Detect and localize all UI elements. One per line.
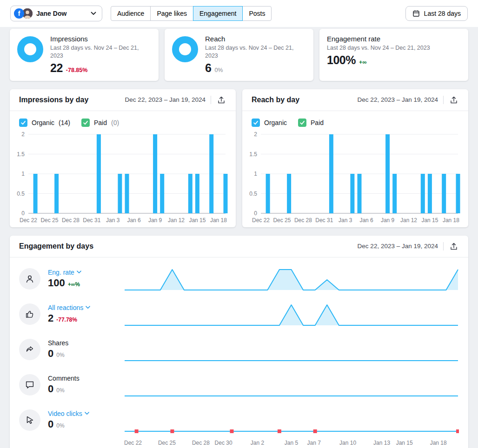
card-title: Engagement rate [327,35,430,43]
svg-text:Jan 6: Jan 6 [127,217,141,224]
section-tabs: Audience Page likes Engagement Posts [111,6,272,21]
profile-selector[interactable]: f Jane Dow [10,6,102,21]
divider [443,242,444,250]
legend-paid[interactable]: Paid [298,119,324,127]
tab-audience[interactable]: Audience [111,6,151,21]
card-delta: +∞ [359,59,366,66]
svg-text:2: 2 [21,131,25,138]
daily-charts: Impressions by day Dec 22, 2023 – Jan 19… [10,89,468,227]
video-clicks-sparkline [124,407,459,433]
export-icon [217,96,226,104]
metric-label-text: Comments [48,375,80,382]
svg-text:Dec 25: Dec 25 [273,217,291,224]
metric-label-all-reactions[interactable]: All reactions [48,304,90,311]
export-button[interactable] [216,95,226,105]
legend-paid[interactable]: Paid (0) [81,119,119,127]
legend-organic[interactable]: Organic [252,119,287,127]
export-button[interactable] [449,241,459,251]
card-value: 22 [50,61,63,75]
checkbox-checked-icon[interactable] [252,119,260,127]
svg-text:1.5: 1.5 [249,151,257,157]
chart-date-range: Dec 22, 2023 – Jan 19, 2024 [358,243,438,250]
metric-label-eng-rate[interactable]: Eng. rate [48,269,81,276]
divider [211,96,211,104]
svg-text:Dec 31: Dec 31 [315,217,333,224]
chart-date-range: Dec 22, 2023 – Jan 19, 2024 [125,96,206,103]
legend-label: Organic [32,119,54,126]
legend-label: Organic [264,119,287,126]
checkbox-checked-icon[interactable] [81,119,90,127]
checkbox-checked-icon[interactable] [298,119,306,127]
export-button[interactable] [449,95,459,105]
main-content: Impressions Last 28 days vs. Nov 24 – De… [0,27,478,448]
metric-label-comments: Comments [48,375,80,382]
metric-value: 0 [48,418,53,430]
impressions-card: Impressions Last 28 days vs. Nov 24 – De… [10,29,159,81]
svg-text:Jan 3: Jan 3 [339,217,352,224]
metric-label-text: Video clicks [48,410,82,417]
shares-sparkline [124,336,459,362]
svg-text:2: 2 [254,131,257,138]
chart-title: Reach by day [252,96,358,104]
metric-delta: 0% [56,387,64,394]
x-axis-labels: Dec 22Dec 25Dec 28Dec 30Jan 2Jan 5Jan 7J… [133,439,450,448]
axis-tick-label: Jan 2 [251,440,264,446]
axis-tick-label: Jan 5 [285,440,298,446]
person-icon [19,268,40,290]
tab-engagement[interactable]: Engagement [193,6,243,21]
svg-text:Dec 28: Dec 28 [62,217,80,224]
date-range-button[interactable]: Last 28 days [405,6,468,21]
tab-posts[interactable]: Posts [242,6,272,21]
checkbox-checked-icon[interactable] [19,119,27,127]
svg-text:Jan 15: Jan 15 [421,217,438,224]
impressions-donut-icon [17,36,43,62]
summary-cards: Impressions Last 28 days vs. Nov 24 – De… [10,29,468,81]
card-title: Impressions [50,35,146,43]
axis-tick-label: Jan 10 [339,440,356,446]
axis-tick-label: Jan 13 [373,440,390,446]
legend-organic[interactable]: Organic (14) [19,119,70,127]
reach-bar-chart: 00.511.52Dec 22Dec 25Dec 28Dec 31Jan 3Ja… [245,131,464,225]
svg-text:0: 0 [21,210,25,217]
svg-text:Jan 12: Jan 12 [168,217,185,224]
svg-text:Dec 28: Dec 28 [294,217,312,224]
card-subtitle: Last 28 days vs. Nov 24 – Dec 21, 2023 [50,44,146,60]
svg-text:0: 0 [254,210,257,217]
card-value: 6 [205,61,211,75]
svg-text:Jan 3: Jan 3 [106,217,120,224]
date-range-label: Last 28 days [424,10,461,17]
chart-title: Impressions by day [19,96,125,104]
calendar-icon [412,10,420,17]
metric-label-text: Eng. rate [48,269,74,276]
svg-text:Jan 9: Jan 9 [148,217,162,224]
card-subtitle: Last 28 days vs. Nov 24 – Dec 21, 2023 [205,44,300,60]
svg-text:0.5: 0.5 [249,190,257,197]
axis-tick-label: Jan 18 [430,440,447,446]
metric-delta: +∞% [68,281,80,288]
metric-label-shares: Shares [48,339,68,347]
chart-legend: Organic (14) Paid (0) [10,111,236,128]
metric-delta: -77.78% [56,316,77,323]
svg-text:Dec 25: Dec 25 [40,217,58,224]
axis-tick-label: Jan 15 [396,440,413,446]
metric-row-comments: Comments 0 0% [19,367,459,402]
chevron-down-icon [86,306,90,309]
svg-text:Jan 12: Jan 12 [400,217,417,224]
metric-label-video-clicks[interactable]: Video clicks [48,410,89,417]
tab-page-likes[interactable]: Page likes [150,6,193,21]
reach-card: Reach Last 28 days vs. Nov 24 – Dec 21, … [165,29,313,81]
axis-tick-label: Dec 22 [124,440,142,446]
comment-icon [19,374,40,395]
all-reactions-sparkline [124,301,459,327]
metric-label-text: All reactions [48,304,83,311]
legend-label: Paid [94,119,107,126]
svg-text:Jan 18: Jan 18 [443,217,459,224]
thumbs-up-icon [19,303,40,325]
chart-date-range: Dec 22, 2023 – Jan 19, 2024 [358,96,438,103]
chevron-down-icon [91,12,96,15]
legend-count: (14) [59,119,70,126]
export-icon [450,96,458,104]
metric-label-text: Shares [48,339,68,347]
axis-tick-label: Dec 25 [158,440,176,446]
metric-value: 100 [48,277,65,289]
